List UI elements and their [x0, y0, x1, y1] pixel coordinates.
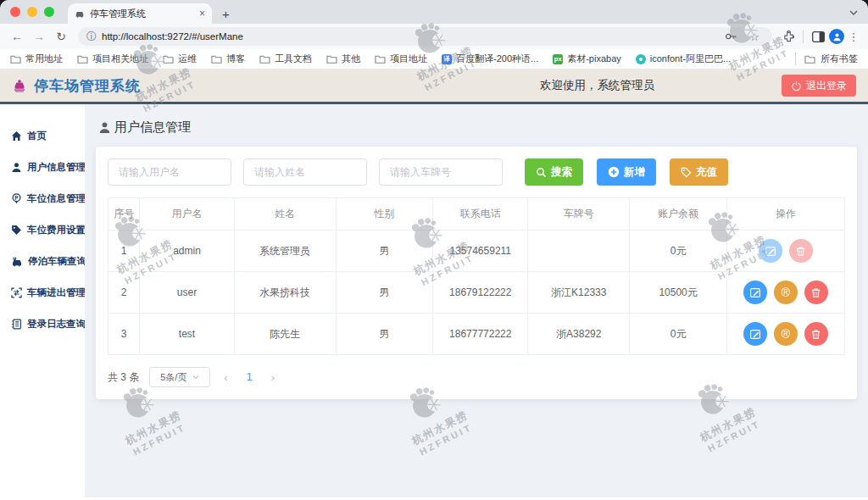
user-icon	[98, 121, 111, 134]
bookmark-item[interactable]: 译百度翻译-200种语...	[442, 53, 538, 65]
page-title: 用户信息管理	[98, 119, 857, 136]
sidebar: 首页用户信息管理P车位信息管理车位费用设置P停泊车辆查询车辆进出管理登录日志查询	[0, 104, 85, 497]
delete-user-button[interactable]	[789, 239, 813, 263]
browser-menu-kebab-icon[interactable]: ⋮	[846, 31, 861, 43]
tab-search-chevron-icon[interactable]	[849, 4, 858, 19]
all-bookmarks-label: 所有书签	[821, 53, 858, 65]
url-bar[interactable]: ⓘ http://localhost:9272/#/userMane ☆	[78, 27, 772, 46]
forward-button[interactable]: →	[29, 26, 49, 47]
bookmark-item[interactable]: 常用地址	[10, 53, 63, 65]
sidebar-item-logs[interactable]: 登录日志查询	[0, 309, 85, 339]
column-header: 用户名	[140, 198, 234, 231]
delete-user-button[interactable]	[804, 322, 828, 346]
cell-gender: 男	[336, 231, 433, 272]
bookmark-item[interactable]: 工具文档	[259, 53, 312, 65]
reload-button[interactable]: ↻	[51, 26, 71, 47]
cell-username: admin	[140, 231, 234, 272]
cell-name: 陈先生	[234, 314, 336, 355]
password-key-icon[interactable]	[721, 31, 740, 42]
cell-name: 水果捞科技	[234, 272, 336, 314]
cell-plate: 浙江K12333	[528, 272, 630, 314]
recharge-button[interactable]: 充值	[670, 158, 728, 186]
search-button[interactable]: 搜索	[525, 158, 583, 186]
bookmark-label: 素材-pixabay	[567, 53, 621, 65]
sidebar-item-users[interactable]: 用户信息管理	[0, 153, 85, 182]
cell-gender: 男	[336, 314, 433, 355]
search-name-input[interactable]	[243, 158, 367, 186]
delete-user-button[interactable]	[804, 281, 828, 304]
search-plate-input[interactable]	[379, 158, 503, 186]
column-header: 性别	[336, 198, 433, 231]
bookmarks-list: 常用地址项目相关地址运维博客工具文档其他项目地址译百度翻译-200种语...px…	[10, 53, 745, 65]
recharge-user-button[interactable]: ®	[774, 322, 798, 346]
car-icon: P	[11, 256, 23, 268]
cell-index: 2	[108, 272, 140, 314]
app-title: 停车场管理系统	[34, 76, 141, 96]
edit-user-button[interactable]	[759, 239, 782, 263]
edit-user-button[interactable]	[743, 322, 767, 346]
site-info-icon[interactable]: ⓘ	[86, 30, 97, 44]
sidebar-item-label: 车位费用设置	[27, 224, 86, 236]
edit-user-button[interactable]	[743, 281, 767, 304]
bookmark-item[interactable]: 其他	[326, 53, 360, 65]
side-panel-icon[interactable]	[809, 31, 827, 42]
close-window-button[interactable]	[10, 7, 20, 17]
bookmark-label: 博客	[226, 53, 245, 65]
bookmark-item[interactable]: iconfont-阿里巴巴...	[636, 53, 731, 65]
current-page-button[interactable]: 1	[242, 370, 258, 384]
folder-icon	[211, 54, 222, 64]
pagination: 共 3 条 5条/页 ‹ 1 ›	[108, 367, 845, 387]
sidebar-item-fees[interactable]: 车位费用设置	[0, 215, 85, 245]
sidebar-item-label: 车位信息管理	[27, 192, 86, 205]
cell-phone: 13574659211	[433, 231, 528, 272]
sidebar-item-parked[interactable]: P停泊车辆查询	[0, 247, 85, 276]
bookmark-star-icon[interactable]: ☆	[745, 31, 764, 43]
logout-button[interactable]: 退出登录	[782, 75, 856, 97]
folder-icon	[259, 54, 270, 64]
sidebar-item-inout[interactable]: 车辆进出管理	[0, 278, 85, 308]
bookmark-item[interactable]: 项目相关地址	[77, 53, 148, 65]
browser-toolbar: ← → ↻ ⓘ http://localhost:9272/#/userMane…	[0, 24, 868, 49]
bookmark-item[interactable]: 运维	[163, 53, 197, 65]
folder-icon	[163, 54, 174, 64]
cell-balance: 0元	[630, 231, 727, 272]
minimize-window-button[interactable]	[27, 7, 37, 17]
cell-actions	[726, 231, 844, 272]
all-bookmarks[interactable]: 所有书签	[792, 53, 858, 65]
recharge-user-button[interactable]: ®	[774, 281, 798, 304]
users-table: 序号用户名姓名性别联系电话车牌号账户余额操作 1admin系统管理员男13574…	[108, 197, 845, 355]
button-label: 搜索	[551, 165, 572, 180]
next-page-button[interactable]: ›	[266, 370, 280, 385]
zoom-window-button[interactable]	[44, 7, 54, 17]
cell-phone: 18679122222	[433, 272, 528, 314]
page-size-select[interactable]: 5条/页	[149, 367, 210, 387]
extensions-puzzle-icon[interactable]	[779, 31, 798, 43]
user-icon	[11, 162, 22, 173]
bookmark-label: 运维	[178, 53, 197, 65]
bookmark-item[interactable]: 项目地址	[375, 53, 427, 65]
bookmark-item[interactable]: px素材-pixabay	[553, 53, 621, 65]
sidebar-item-spaces[interactable]: P车位信息管理	[0, 184, 85, 214]
table-row: 2user水果捞科技男18679122222浙江K1233310500元®	[108, 272, 845, 314]
log-icon	[11, 319, 22, 330]
back-button[interactable]: ←	[7, 26, 27, 47]
bookmark-item[interactable]: 博客	[211, 53, 245, 65]
plus-icon	[608, 166, 620, 178]
sidebar-item-home[interactable]: 首页	[0, 121, 85, 151]
column-header: 姓名	[234, 198, 336, 231]
chevron-down-icon	[192, 375, 199, 380]
bookmark-label: 其他	[342, 53, 360, 65]
tab-close-icon[interactable]: ×	[199, 8, 205, 19]
search-username-input[interactable]	[108, 158, 231, 186]
cell-plate: 浙A38292	[528, 314, 630, 355]
new-tab-button[interactable]: +	[222, 7, 230, 24]
prev-page-button[interactable]: ‹	[219, 370, 232, 385]
add-button[interactable]: 新增	[597, 158, 656, 186]
button-label: 充值	[696, 165, 717, 180]
browser-tab[interactable]: 停车管理系统 ×	[68, 3, 212, 24]
bookmark-label: 项目地址	[390, 53, 427, 65]
profile-avatar[interactable]	[829, 29, 844, 44]
page-body: 首页用户信息管理P车位信息管理车位费用设置P停泊车辆查询车辆进出管理登录日志查询…	[0, 104, 868, 497]
bookmarks-bar: 常用地址项目相关地址运维博客工具文档其他项目地址译百度翻译-200种语...px…	[0, 49, 868, 69]
page-size-value: 5条/页	[160, 371, 186, 384]
